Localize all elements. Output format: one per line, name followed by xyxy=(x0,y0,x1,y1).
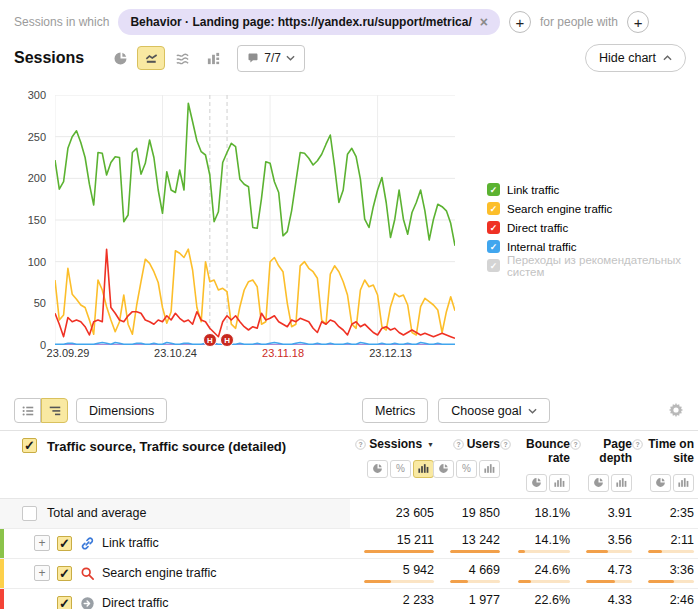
search-icon xyxy=(80,566,95,581)
hide-chart-button[interactable]: Hide chart xyxy=(585,44,686,72)
pie-toggle-icon[interactable] xyxy=(526,474,547,492)
table-header-row: ✓ Traffic source, Traffic source (detail… xyxy=(0,431,698,499)
percent-toggle-icon[interactable]: % xyxy=(456,460,477,478)
gear-icon[interactable] xyxy=(668,402,684,418)
metric-cell: 4.73 xyxy=(570,559,632,588)
column-header-sessions[interactable]: ?Sessions▼% xyxy=(350,438,434,492)
metric-bar xyxy=(450,550,500,553)
row-name-cell: +✓Link traffic xyxy=(0,529,350,558)
metric-cell: 2:35 xyxy=(632,499,694,528)
choose-goal-label: Choose goal xyxy=(451,404,521,418)
legend-checkbox[interactable]: ✓ xyxy=(487,259,500,272)
sort-desc-icon: ▼ xyxy=(427,441,434,449)
y-axis-tick-label: 300 xyxy=(4,89,46,101)
list-view-button[interactable] xyxy=(14,398,41,423)
total-row-checkbox[interactable] xyxy=(22,506,37,521)
table-controls: Dimensions Metrics Choose goal xyxy=(14,398,684,425)
legend-checkbox[interactable]: ✓ xyxy=(487,221,500,234)
metric-value: 3.56 xyxy=(608,533,632,547)
svg-text:?: ? xyxy=(573,441,577,448)
bars-toggle-icon[interactable] xyxy=(413,460,434,478)
pie-toggle-icon[interactable] xyxy=(650,474,671,492)
pie-toggle-icon[interactable] xyxy=(433,460,454,478)
metrics-button[interactable]: Metrics xyxy=(362,398,428,423)
metrica-report-page: Sessions in which Behavior · Landing pag… xyxy=(0,0,698,609)
metric-value: 24.6% xyxy=(535,563,570,577)
expand-button[interactable]: + xyxy=(34,535,50,551)
x-axis-tick-label: 23.12.13 xyxy=(369,347,412,359)
pie-toggle-icon[interactable] xyxy=(588,474,609,492)
column-header-bounce-rate[interactable]: ?Bounce rate xyxy=(500,438,570,492)
row-checkbox[interactable]: ✓ xyxy=(57,566,72,581)
annotations-dropdown[interactable]: 7/7 xyxy=(237,45,305,72)
choose-goal-button[interactable]: Choose goal xyxy=(438,398,550,423)
metric-value: 15 211 xyxy=(397,533,434,547)
column-header-users[interactable]: ?Users% xyxy=(434,438,500,492)
holiday-marker-icon[interactable]: Н xyxy=(203,333,217,347)
sessions-chart-svg[interactable] xyxy=(55,95,455,345)
column-title: ?Page depth xyxy=(570,438,632,466)
legend-item[interactable]: ✓Link traffic xyxy=(487,180,698,199)
column-header-page-depth[interactable]: ?Page depth xyxy=(570,438,632,492)
row-checkbox[interactable]: ✓ xyxy=(57,596,72,609)
filter-right-label: for people with xyxy=(540,15,618,29)
close-icon[interactable]: × xyxy=(480,15,488,29)
direct-icon xyxy=(80,596,95,609)
help-icon[interactable]: ? xyxy=(453,439,464,450)
pie-toggle-icon[interactable] xyxy=(367,460,388,478)
dimensions-button[interactable]: Dimensions xyxy=(76,398,167,423)
expand-button[interactable]: + xyxy=(34,565,50,581)
tree-view-button[interactable] xyxy=(41,398,68,423)
help-icon[interactable]: ? xyxy=(632,439,643,450)
pie-chart-type-button[interactable] xyxy=(106,46,134,70)
legend-item[interactable]: ✓Direct traffic xyxy=(487,218,698,237)
bars-toggle-icon[interactable] xyxy=(479,460,500,478)
legend-item[interactable]: ✓Search engine traffic xyxy=(487,199,698,218)
legend-checkbox[interactable]: ✓ xyxy=(487,202,500,215)
chart-title: Sessions xyxy=(14,49,84,67)
metric-bar-fill xyxy=(518,580,531,583)
row-color-stripe xyxy=(0,529,4,558)
total-row-label: Total and average xyxy=(47,506,146,520)
metric-display-toggles: % xyxy=(367,460,434,478)
legend-checkbox[interactable]: ✓ xyxy=(487,183,500,196)
traffic-sources-table: ✓ Traffic source, Traffic source (detail… xyxy=(0,430,698,609)
row-label[interactable]: Search engine traffic xyxy=(102,566,216,580)
metric-value: 14.1% xyxy=(535,533,570,547)
row-label[interactable]: Direct traffic xyxy=(102,596,168,609)
column-header-time-on-site[interactable]: ?Time on site xyxy=(632,438,694,492)
line-chart-type-button[interactable] xyxy=(137,46,165,70)
row-checkbox[interactable]: ✓ xyxy=(57,536,72,551)
bars-toggle-icon[interactable] xyxy=(611,474,632,492)
legend-label: Search engine traffic xyxy=(507,203,612,215)
holiday-marker-icon[interactable]: Н xyxy=(220,333,234,347)
metric-bar xyxy=(450,580,500,583)
metric-cell: 2:46 xyxy=(632,589,694,609)
select-all-checkbox[interactable]: ✓ xyxy=(22,438,37,453)
bars-toggle-icon[interactable] xyxy=(673,474,694,492)
percent-toggle-icon[interactable]: % xyxy=(390,460,411,478)
help-icon[interactable]: ? xyxy=(500,439,511,450)
filter-left-label: Sessions in which xyxy=(14,15,109,29)
stacked-area-chart-type-button[interactable] xyxy=(168,46,196,70)
legend-checkbox[interactable]: ✓ xyxy=(487,240,500,253)
metric-value: 4 669 xyxy=(469,563,500,577)
help-icon[interactable]: ? xyxy=(570,439,581,450)
bars-toggle-icon[interactable] xyxy=(549,474,570,492)
annotations-count: 7/7 xyxy=(264,51,281,65)
add-segment-button[interactable]: + xyxy=(509,11,531,33)
metrics-label: Metrics xyxy=(375,404,415,418)
metric-bar-fill xyxy=(364,550,434,553)
segment-chip[interactable]: Behavior · Landing page: https://yandex.… xyxy=(118,9,500,35)
segment-filter-bar: Sessions in which Behavior · Landing pag… xyxy=(14,6,684,38)
row-label[interactable]: Link traffic xyxy=(102,536,159,550)
y-axis-tick-label: 250 xyxy=(4,131,46,143)
metric-value: 2 233 xyxy=(403,593,434,607)
legend-item[interactable]: ✓Переходы из рекомендательных систем xyxy=(487,256,698,275)
row-name-cell: +✓Search engine traffic xyxy=(0,559,350,588)
add-people-filter-button[interactable]: + xyxy=(627,11,649,33)
metric-cell: 2 233 xyxy=(350,589,434,609)
metric-bar xyxy=(586,580,632,583)
help-icon[interactable]: ? xyxy=(355,439,366,450)
column-chart-type-button[interactable] xyxy=(199,46,227,70)
